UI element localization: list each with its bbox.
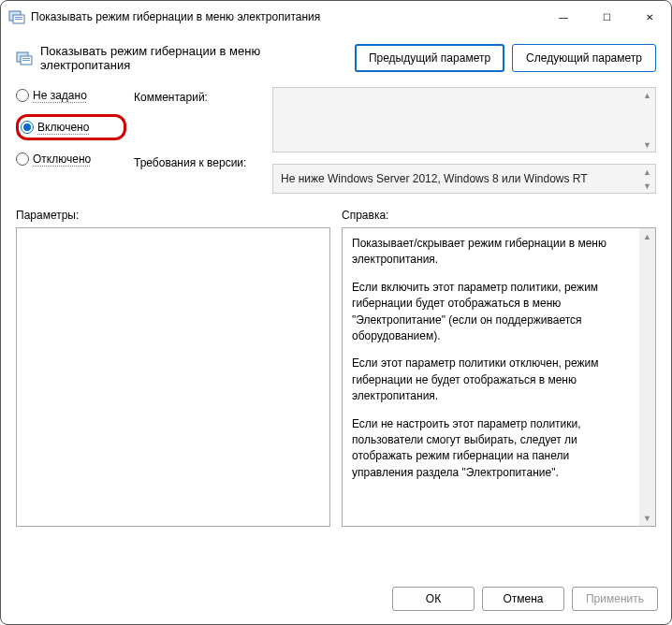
svg-rect-2 [15,17,22,18]
titlebar: Показывать режим гибернации в меню элект… [1,1,671,33]
radio-enabled[interactable]: Включено [16,114,126,140]
help-paragraph: Если этот параметр политики отключен, ре… [352,356,630,404]
radio-icon [21,121,34,134]
state-radios: Не задано Включено Отключено [16,87,126,194]
requirements-label: Требования к версии: [134,156,265,169]
prev-setting-button[interactable]: Предыдущий параметр [355,44,504,72]
requirements-box: Не ниже Windows Server 2012, Windows 8 и… [272,164,656,194]
scroll-up-icon: ▲ [639,88,655,102]
help-paragraph: Если включить этот параметр политики, ре… [352,280,630,345]
radio-label: Включено [37,121,89,134]
radio-icon [16,153,29,166]
policy-title: Показывать режим гибернации в меню элект… [40,44,347,72]
requirements-text: Не ниже Windows Server 2012, Windows 8 и… [281,172,588,185]
scroll-down-icon: ▼ [639,138,655,152]
scroll-down-icon: ▼ [639,179,655,193]
svg-rect-7 [22,60,30,61]
policy-icon [16,50,33,66]
help-text: Показывает/скрывает режим гибернации в м… [343,228,639,526]
scrollbar[interactable]: ▲ ▼ [639,228,655,526]
comment-label: Комментарий: [134,91,265,104]
scroll-up-icon: ▲ [639,228,655,244]
scrollbar[interactable]: ▲ ▼ [639,88,655,152]
help-paragraph: Показывает/скрывает режим гибернации в м… [352,236,630,269]
parameters-panel [16,227,330,527]
help-panel: Показывает/скрывает режим гибернации в м… [342,227,656,527]
help-paragraph: Если не настроить этот параметр политики… [352,416,630,482]
maximize-button[interactable]: ☐ [585,3,628,31]
scroll-up-icon: ▲ [639,165,655,179]
window-title: Показывать режим гибернации в меню элект… [31,10,542,23]
radio-not-configured[interactable]: Не задано [16,89,126,102]
radio-label: Не задано [33,89,87,102]
next-setting-button[interactable]: Следующий параметр [512,44,656,72]
comment-textarea[interactable]: ▲ ▼ [272,87,656,153]
apply-button[interactable]: Применить [572,587,658,611]
close-button[interactable]: ✕ [628,3,671,31]
cancel-button[interactable]: Отмена [482,587,564,611]
help-label: Справка: [342,209,656,222]
ok-button[interactable]: ОК [392,587,475,611]
app-icon [8,8,25,25]
dialog-footer: ОК Отмена Применить [1,574,671,624]
parameters-label: Параметры: [16,209,330,222]
scroll-down-icon: ▼ [639,510,655,526]
svg-rect-3 [15,19,22,20]
scrollbar[interactable]: ▲ ▼ [639,165,655,193]
policy-header: Показывать режим гибернации в меню элект… [12,38,660,87]
svg-rect-6 [22,58,30,59]
radio-disabled[interactable]: Отключено [16,153,126,166]
radio-label: Отключено [33,153,91,166]
minimize-button[interactable]: ― [542,3,585,31]
radio-icon [16,89,29,102]
